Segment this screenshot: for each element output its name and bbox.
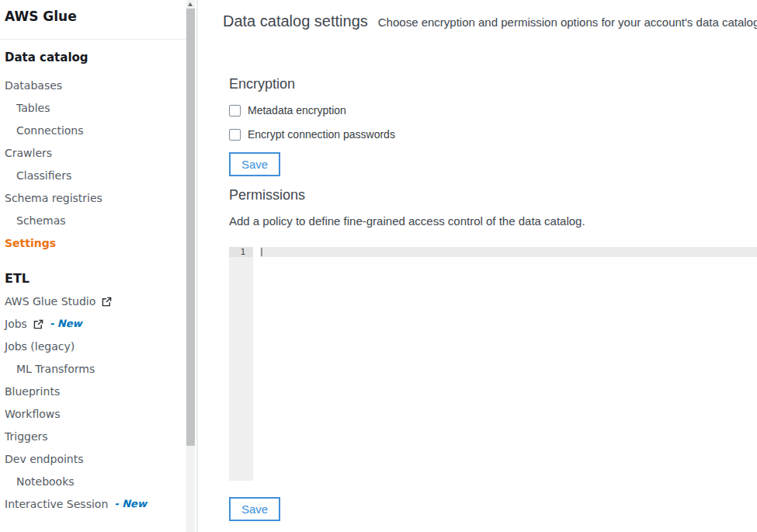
encryption-section-heading: Encryption	[229, 76, 295, 92]
page-subtitle: Choose encryption and permission options…	[378, 16, 757, 29]
editor-gutter: 1	[229, 247, 253, 481]
sidebar-item-schema-registries[interactable]: Schema registries	[5, 186, 180, 209]
page-title: Data catalog settings	[223, 12, 368, 30]
scrollbar-thumb[interactable]	[186, 9, 195, 446]
sidebar-item-label: Connections	[16, 124, 84, 137]
external-link-icon	[102, 297, 112, 307]
sidebar-item-blueprints[interactable]: Blueprints	[5, 380, 180, 402]
sidebar-item-label: Workflows	[5, 408, 61, 420]
sidebar-item-notebooks[interactable]: Notebooks	[5, 470, 180, 492]
sidebar-item-label: Dev endpoints	[5, 453, 84, 465]
metadata-encryption-row[interactable]: Metadata encryption	[229, 104, 346, 116]
metadata-encryption-label: Metadata encryption	[248, 104, 346, 116]
sidebar-item-aws-glue-studio[interactable]: AWS Glue Studio	[5, 290, 180, 312]
main-content: Data catalog settings Choose encryption …	[198, 0, 757, 532]
external-link-icon	[33, 319, 43, 329]
sidebar-item-label: Schema registries	[5, 192, 102, 204]
page-header: Data catalog settings Choose encryption …	[223, 12, 757, 30]
encrypt-connection-passwords-checkbox[interactable]	[229, 129, 241, 141]
sidebar-item-label: Notebooks	[16, 475, 75, 488]
editor-active-line	[260, 247, 757, 257]
permissions-description: Add a policy to define fine-grained acce…	[229, 214, 585, 228]
sidebar-item-triggers[interactable]: Triggers	[5, 425, 180, 447]
app-title: AWS Glue	[5, 8, 180, 25]
sidebar-item-ml-transforms[interactable]: ML Transforms	[5, 357, 180, 380]
sidebar-scrollbar[interactable]	[186, 0, 195, 532]
encrypt-connection-passwords-label: Encrypt connection passwords	[248, 128, 395, 141]
policy-code-editor[interactable]: 1	[229, 247, 757, 481]
sidebar-item-databases[interactable]: Databases	[5, 74, 180, 96]
new-badge: - New	[114, 498, 147, 509]
sidebar-item-classifiers[interactable]: Classifiers	[5, 164, 180, 186]
sidebar-item-label: Triggers	[5, 430, 48, 443]
sidebar-item-schemas[interactable]: Schemas	[5, 209, 180, 231]
sidebar-item-label: Settings	[5, 237, 56, 249]
sidebar-item-label: Schemas	[16, 214, 66, 227]
sidebar-item-label: Blueprints	[5, 385, 60, 398]
sidebar-nav-list-etl: AWS Glue Studio Jobs - NewJobs (legacy)M…	[5, 290, 180, 515]
new-badge: - New	[50, 318, 82, 329]
encryption-save-button[interactable]: Save	[229, 152, 280, 176]
sidebar-nav-list-data-catalog: DatabasesTablesConnectionsCrawlersClassi…	[5, 74, 180, 254]
sidebar-item-interactive-session[interactable]: Interactive Session- New	[5, 492, 180, 515]
sidebar-item-label: Jobs	[5, 318, 27, 330]
sidebar-item-label: Tables	[16, 102, 50, 114]
sidebar-divider	[0, 39, 186, 40]
sidebar-item-crawlers[interactable]: Crawlers	[5, 141, 180, 164]
sidebar-item-label: Classifiers	[16, 169, 71, 182]
permissions-save-button[interactable]: Save	[229, 497, 280, 521]
sidebar-item-label: Interactive Session	[5, 498, 108, 510]
sidebar-item-tables[interactable]: Tables	[5, 96, 180, 119]
sidebar-section-heading-data-catalog: Data catalog	[5, 50, 180, 65]
sidebar-item-dev-endpoints[interactable]: Dev endpoints	[5, 447, 180, 470]
sidebar-item-settings[interactable]: Settings	[5, 231, 180, 254]
scrollbar-up-arrow-icon[interactable]	[188, 2, 193, 6]
sidebar-item-label: ML Transforms	[16, 363, 95, 375]
sidebar-item-workflows[interactable]: Workflows	[5, 402, 180, 425]
sidebar-section-heading-etl: ETL	[5, 271, 180, 287]
sidebar-item-jobs-legacy[interactable]: Jobs (legacy)	[5, 335, 180, 357]
sidebar-item-label: Databases	[5, 79, 62, 92]
sidebar-item-label: AWS Glue Studio	[5, 295, 95, 308]
editor-cursor	[261, 248, 262, 256]
sidebar: AWS Glue Data catalog DatabasesTablesCon…	[0, 0, 186, 532]
metadata-encryption-checkbox[interactable]	[229, 105, 241, 116]
permissions-section-heading: Permissions	[229, 187, 305, 203]
sidebar-item-label: Jobs (legacy)	[5, 340, 75, 353]
encrypt-connection-passwords-row[interactable]: Encrypt connection passwords	[229, 128, 395, 141]
sidebar-item-label: Crawlers	[5, 147, 52, 159]
sidebar-item-jobs[interactable]: Jobs - New	[5, 312, 180, 335]
sidebar-item-connections[interactable]: Connections	[5, 119, 180, 141]
editor-line-number: 1	[229, 247, 253, 257]
